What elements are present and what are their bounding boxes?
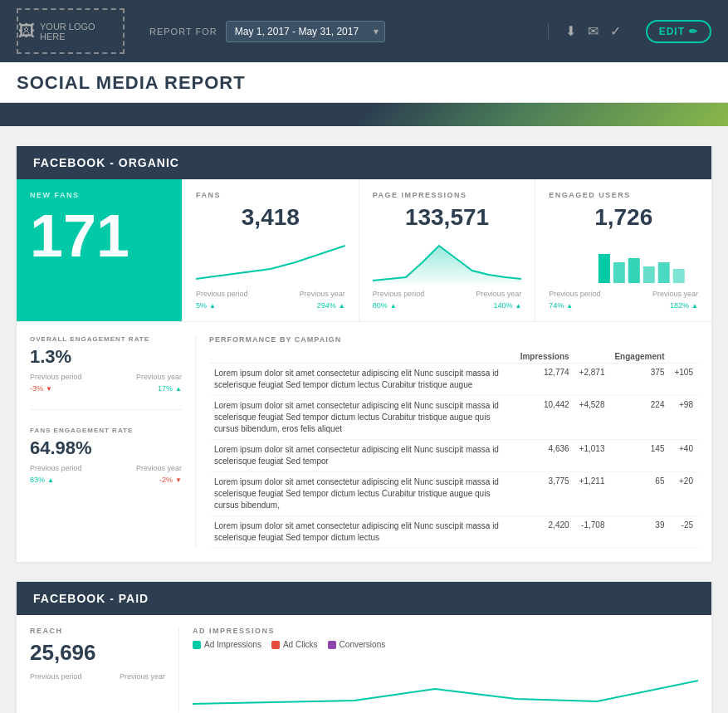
svg-rect-6: [673, 269, 685, 283]
ad-impressions-chart: [193, 656, 698, 706]
impressions-cell: 10,442: [515, 396, 574, 440]
date-range-wrapper[interactable]: May 1, 2017 - May 31, 2017: [226, 21, 385, 42]
col-header-text: [209, 350, 515, 364]
fans-chart: [196, 237, 345, 283]
eng-delta-cell: +20: [669, 472, 698, 516]
fans-eng-period-arrow: [47, 476, 54, 484]
engaged-year-arrow: [691, 301, 698, 310]
svg-rect-3: [628, 258, 640, 283]
fans-period-arrow: [209, 301, 216, 310]
new-fans-label: NEW FANS: [30, 191, 169, 199]
date-range-select[interactable]: May 1, 2017 - May 31, 2017: [226, 21, 385, 42]
logo-text: YOUR LOGO HERE: [40, 22, 123, 42]
legend-dot-teal: [193, 641, 201, 649]
table-row: Lorem ipsum dolor sit amet consectetur a…: [209, 516, 698, 549]
paid-metrics-row: REACH 25,696 Previous period Previous ye…: [17, 615, 711, 713]
facebook-organic-body: NEW FANS 171 FANS 3,418: [17, 179, 711, 562]
facebook-organic-card: FACEBOOK - ORGANIC NEW FANS 171 FANS 3,4…: [17, 146, 711, 562]
impressions-cell: 3,775: [515, 472, 574, 516]
engaged-users-label: ENGAGED USERS: [549, 191, 698, 199]
overall-period-arrow: [46, 384, 52, 393]
new-fans-value: 171: [30, 206, 169, 266]
legend-ad-clicks: Ad Clicks: [271, 640, 318, 649]
new-fans-cell: NEW FANS 171: [17, 179, 183, 321]
engaged-period-arrow: [566, 301, 573, 310]
report-for-label: REPORT FOR: [149, 27, 217, 37]
facebook-paid-header: FACEBOOK - PAID: [17, 582, 711, 615]
logo-icon: 🖼: [18, 22, 35, 41]
email-icon[interactable]: ✉: [588, 23, 599, 39]
reach-cell: REACH 25,696 Previous period Previous ye…: [30, 627, 179, 712]
legend-conversions: Conversions: [328, 640, 386, 649]
fans-engagement-value: 64.98%: [30, 437, 182, 459]
impressions-period-row: Previous period Previous year: [373, 290, 522, 298]
impressions-cell: 2,420: [515, 516, 574, 549]
imp-delta-cell: +2,871: [574, 364, 610, 396]
fans-prev-period: Previous period: [196, 290, 248, 298]
impressions-year-arrow: [515, 301, 521, 310]
campaign-title: PERFORMANCE BY CAMPAIGN: [209, 335, 698, 344]
edit-button[interactable]: EDIT ✏: [646, 20, 711, 43]
edit-pencil-icon: ✏: [689, 26, 698, 37]
fans-period-value: 5%: [196, 301, 216, 310]
facebook-paid-body: REACH 25,696 Previous period Previous ye…: [17, 615, 711, 713]
col-header-engagement: Engagement: [609, 350, 669, 364]
campaign-text-cell: Lorem ipsum dolor sit amet consectetur a…: [209, 396, 515, 440]
legend-dot-purple: [328, 641, 336, 649]
svg-rect-1: [599, 254, 610, 283]
reach-label: REACH: [30, 627, 165, 635]
fans-cell: FANS 3,418: [183, 179, 359, 321]
table-row: Lorem ipsum dolor sit amet consectetur a…: [209, 396, 698, 440]
eng-delta-cell: -25: [669, 516, 698, 549]
page-title: SOCIAL MEDIA REPORT: [17, 72, 711, 94]
report-for-section: REPORT FOR May 1, 2017 - May 31, 2017: [149, 21, 385, 42]
engagement-cell: 375: [609, 364, 669, 396]
imp-delta-cell: +1,013: [574, 440, 610, 472]
overall-engagement-value: 1.3%: [30, 346, 182, 368]
page-impressions-cell: PAGE IMPRESSIONS 133,571: [359, 179, 536, 321]
ad-impressions-legend: Ad Impressions Ad Clicks Conversions: [193, 640, 698, 649]
impressions-cell: 4,636: [515, 440, 574, 472]
impressions-chart: [373, 237, 522, 283]
table-row: Lorem ipsum dolor sit amet consectetur a…: [209, 364, 698, 396]
col-header-imp-delta: [574, 350, 610, 364]
engagement-col: OVERALL ENGAGEMENT RATE 1.3% Previous pe…: [30, 335, 196, 549]
fans-year-arrow: [339, 301, 345, 310]
col-header-impressions: Impressions: [515, 350, 574, 364]
campaign-col: PERFORMANCE BY CAMPAIGN Impressions Enga…: [209, 335, 698, 549]
svg-rect-2: [613, 262, 625, 283]
fans-eng-year-arrow: [175, 476, 182, 484]
title-bar: SOCIAL MEDIA REPORT: [0, 62, 728, 103]
edit-label: EDIT: [659, 26, 685, 37]
fans-value: 3,418: [196, 204, 345, 231]
overall-engagement-block: OVERALL ENGAGEMENT RATE 1.3% Previous pe…: [30, 335, 182, 410]
engaged-chart: [549, 237, 698, 283]
legend-dot-red: [271, 641, 280, 649]
color-banner: [0, 103, 728, 126]
page-impressions-label: PAGE IMPRESSIONS: [373, 191, 522, 199]
legend-ad-impressions: Ad Impressions: [193, 640, 261, 649]
campaign-text-cell: Lorem ipsum dolor sit amet consectetur a…: [209, 516, 515, 549]
table-row: Lorem ipsum dolor sit amet consectetur a…: [209, 440, 698, 472]
engaged-users-cell: ENGAGED USERS 1,726 Previous: [535, 179, 711, 321]
overall-year-arrow: [175, 384, 182, 393]
fans-period-row: Previous period Previous year: [196, 290, 345, 298]
engaged-users-value: 1,726: [549, 204, 698, 231]
fans-year-value: 294%: [317, 301, 345, 310]
eng-delta-cell: +98: [669, 396, 698, 440]
svg-rect-4: [643, 266, 655, 283]
reach-value: 25,696: [30, 640, 165, 666]
campaign-table: Impressions Engagement Lorem ipsum dolor…: [209, 350, 698, 549]
col-header-eng-delta: [669, 350, 698, 364]
header-icons: ⬇ ✉ ✓: [548, 23, 621, 39]
metrics-row: NEW FANS 171 FANS 3,418: [17, 179, 711, 322]
check-icon[interactable]: ✓: [610, 23, 621, 39]
campaign-text-cell: Lorem ipsum dolor sit amet consectetur a…: [209, 440, 515, 472]
fans-values-row: 5% 294%: [196, 301, 345, 310]
facebook-organic-header: FACEBOOK - ORGANIC: [17, 146, 711, 179]
facebook-paid-card: FACEBOOK - PAID REACH 25,696 Previous pe…: [17, 582, 711, 713]
download-icon[interactable]: ⬇: [565, 23, 576, 39]
imp-delta-cell: +1,211: [574, 472, 610, 516]
impressions-period-arrow: [390, 301, 397, 310]
imp-delta-cell: -1,708: [574, 516, 610, 549]
